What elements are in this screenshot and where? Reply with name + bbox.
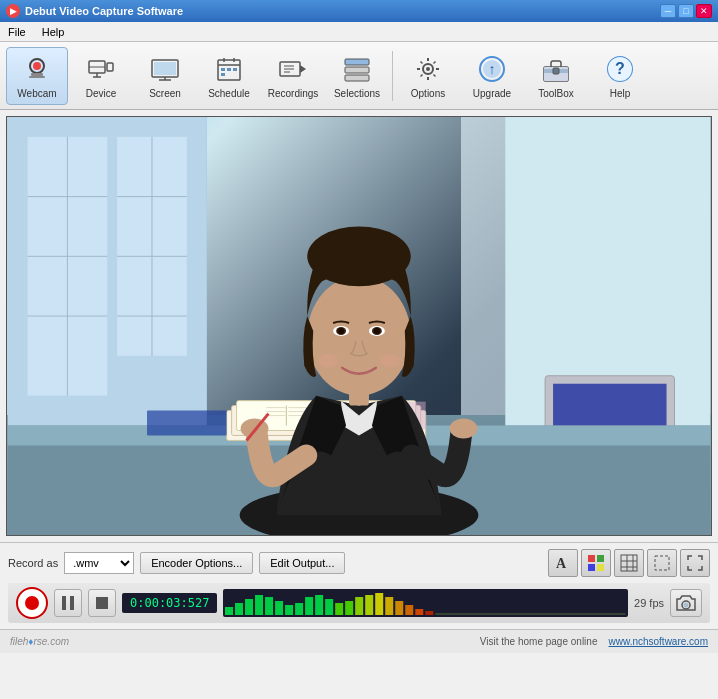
svg-rect-116 xyxy=(286,605,294,615)
toolbar-schedule[interactable]: Schedule xyxy=(198,47,260,105)
options-label: Options xyxy=(411,88,445,99)
edit-output-button[interactable]: Edit Output... xyxy=(259,552,345,574)
fullscreen-button[interactable] xyxy=(680,549,710,577)
bottom-controls: Record as .wmv Encoder Options... Edit O… xyxy=(0,542,718,629)
menu-file[interactable]: File xyxy=(4,24,30,40)
svg-rect-113 xyxy=(256,595,264,615)
selection-overlay-button[interactable] xyxy=(647,549,677,577)
snapshot-button[interactable] xyxy=(670,589,702,617)
text-overlay-button[interactable]: A xyxy=(548,549,578,577)
help-icon: ? xyxy=(604,53,636,85)
toolbox-icon xyxy=(540,53,572,85)
recordings-label: Recordings xyxy=(268,88,319,99)
svg-rect-130 xyxy=(426,611,434,615)
svg-text:↑: ↑ xyxy=(489,61,496,77)
close-button[interactable]: ✕ xyxy=(696,4,712,18)
toolbar-help[interactable]: ? Help xyxy=(589,47,651,105)
encoder-options-button[interactable]: Encoder Options... xyxy=(140,552,253,574)
toolbar-recordings[interactable]: Recordings xyxy=(262,47,324,105)
toolbar-upgrade[interactable]: ↑ Upgrade xyxy=(461,47,523,105)
webcam-icon xyxy=(21,53,53,85)
record-button[interactable] xyxy=(16,587,48,619)
toolbar-separator xyxy=(392,51,393,101)
app-icon: ▶ xyxy=(6,4,20,18)
svg-rect-120 xyxy=(326,599,334,615)
toolbar-webcam[interactable]: Webcam xyxy=(6,47,68,105)
svg-text:A: A xyxy=(556,556,567,571)
svg-marker-22 xyxy=(300,65,306,73)
record-dot xyxy=(25,596,39,610)
minimize-button[interactable]: ─ xyxy=(660,4,676,18)
audio-waveform xyxy=(223,589,628,617)
selections-label: Selections xyxy=(334,88,380,99)
maximize-button[interactable]: □ xyxy=(678,4,694,18)
svg-rect-100 xyxy=(597,564,604,571)
svg-rect-19 xyxy=(233,68,237,71)
grid-overlay-button[interactable] xyxy=(614,549,644,577)
svg-rect-123 xyxy=(356,597,364,615)
menu-help[interactable]: Help xyxy=(38,24,69,40)
svg-line-41 xyxy=(421,74,423,76)
svg-rect-3 xyxy=(29,76,45,78)
pause-button[interactable] xyxy=(54,589,82,617)
svg-point-95 xyxy=(450,419,478,439)
time-display: 0:00:03:527 xyxy=(122,593,217,613)
fps-display: 29 fps xyxy=(634,597,664,609)
svg-point-87 xyxy=(338,328,344,334)
webcam-label: Webcam xyxy=(17,88,56,99)
svg-rect-128 xyxy=(406,605,414,615)
svg-rect-110 xyxy=(225,607,233,615)
svg-rect-109 xyxy=(96,597,108,609)
toolbar-toolbox[interactable]: ToolBox xyxy=(525,47,587,105)
svg-rect-119 xyxy=(316,595,324,615)
svg-rect-20 xyxy=(221,73,225,76)
overlay-buttons: A xyxy=(548,549,710,577)
toolbar-selections[interactable]: Selections xyxy=(326,47,388,105)
toolbar-screen[interactable]: Screen xyxy=(134,47,196,105)
svg-rect-131 xyxy=(436,613,626,615)
svg-point-1 xyxy=(33,62,41,70)
svg-point-92 xyxy=(380,354,400,368)
footer: fileh♦rse.com Visit the home page online… xyxy=(0,629,718,653)
svg-rect-107 xyxy=(62,596,66,610)
toolbar-options[interactable]: Options xyxy=(397,47,459,105)
playback-row: 0:00:03:527 xyxy=(8,583,710,623)
recordings-icon xyxy=(277,53,309,85)
toolbar: Webcam Device Screen xyxy=(0,42,718,110)
svg-rect-106 xyxy=(655,556,669,570)
device-icon xyxy=(85,53,117,85)
footer-visit-text: Visit the home page online xyxy=(480,636,598,647)
record-row: Record as .wmv Encoder Options... Edit O… xyxy=(8,549,710,577)
svg-rect-117 xyxy=(296,603,304,615)
svg-point-84 xyxy=(307,226,411,286)
video-preview-area xyxy=(6,116,712,536)
color-overlay-button[interactable] xyxy=(581,549,611,577)
svg-rect-125 xyxy=(376,593,384,615)
title-bar-controls: ─ □ ✕ xyxy=(660,4,712,18)
upgrade-label: Upgrade xyxy=(473,88,511,99)
footer-link[interactable]: www.nchsoftware.com xyxy=(609,636,708,647)
svg-rect-28 xyxy=(345,67,369,73)
svg-rect-26 xyxy=(345,59,369,65)
svg-rect-2 xyxy=(31,73,43,76)
svg-rect-126 xyxy=(386,597,394,615)
svg-rect-112 xyxy=(246,599,254,615)
svg-line-40 xyxy=(434,61,436,63)
video-content xyxy=(7,117,711,535)
svg-point-91 xyxy=(318,354,338,368)
svg-rect-121 xyxy=(336,603,344,615)
svg-rect-101 xyxy=(621,555,637,571)
svg-point-33 xyxy=(426,67,430,71)
svg-rect-124 xyxy=(366,595,374,615)
svg-rect-129 xyxy=(416,609,424,615)
schedule-label: Schedule xyxy=(208,88,250,99)
svg-rect-122 xyxy=(346,601,354,615)
format-select[interactable]: .wmv xyxy=(64,552,134,574)
stop-button[interactable] xyxy=(88,589,116,617)
filehorse-logo: fileh♦rse.com xyxy=(10,636,69,647)
window-title: Debut Video Capture Software xyxy=(25,5,183,17)
svg-rect-18 xyxy=(227,68,231,71)
upgrade-icon: ↑ xyxy=(476,53,508,85)
toolbar-device[interactable]: Device xyxy=(70,47,132,105)
title-bar: ▶ Debut Video Capture Software ─ □ ✕ xyxy=(0,0,718,22)
